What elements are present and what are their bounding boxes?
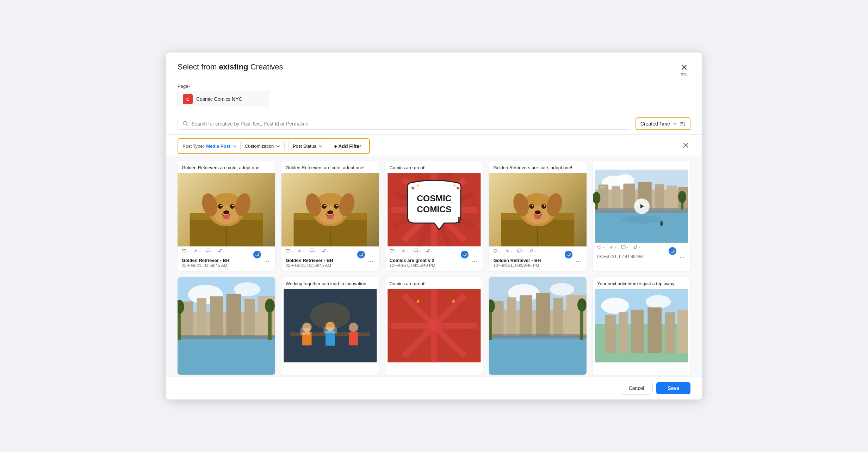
customization-filter[interactable]: Customization — [240, 141, 285, 151]
shares-stat: - — [505, 249, 512, 254]
reposts-stat: - — [529, 249, 536, 254]
svg-point-20 — [220, 205, 222, 207]
svg-point-22 — [223, 210, 229, 214]
svg-point-39 — [327, 215, 334, 219]
repost-icon — [529, 249, 534, 253]
card-caption — [593, 161, 690, 170]
comics-illustration: ★ ★ ⚡ ⚡ COSMIC COMICS ! — [385, 173, 483, 246]
comment-icon — [310, 249, 314, 253]
post-type-filter[interactable]: Post Type: Media Post — [182, 143, 237, 149]
creative-card[interactable]: Comics are great! ★ ★ — [385, 277, 483, 375]
cancel-button[interactable]: Cancel — [620, 382, 653, 395]
search-sort-bar: Created Time — [166, 113, 702, 135]
play-button[interactable] — [634, 198, 650, 214]
card-image: ★ ★ ⚡ ⚡ — [385, 289, 483, 362]
svg-rect-87 — [666, 185, 677, 209]
svg-point-36 — [324, 205, 326, 207]
svg-rect-159 — [605, 315, 616, 354]
card-more-button[interactable]: ··· — [263, 258, 271, 264]
svg-point-125 — [349, 323, 358, 332]
creative-card[interactable] — [489, 277, 587, 375]
svg-rect-113 — [178, 336, 275, 375]
page-select[interactable]: C Cosmic Comics NYC — [178, 91, 269, 107]
creative-card[interactable]: Working together can lead to innovation. — [281, 277, 379, 375]
svg-text:C: C — [186, 97, 190, 102]
svg-point-69 — [529, 204, 534, 209]
card-image — [489, 277, 587, 375]
card-footer: 🌙 03-Feb-21, 02:41:49 AM ··· — [593, 252, 690, 263]
like-icon — [493, 249, 498, 253]
filter-close-icon — [683, 142, 689, 148]
svg-point-157 — [646, 295, 671, 309]
svg-rect-162 — [648, 307, 662, 353]
card-more-button[interactable]: ··· — [470, 258, 478, 264]
svg-rect-110 — [226, 294, 241, 340]
card-image — [593, 289, 690, 362]
card-name: Golden Retriever - BH — [286, 258, 333, 263]
repost-icon — [426, 249, 430, 253]
svg-point-71 — [532, 205, 533, 207]
card-caption: Golden Retrievers are cute, adopt one! — [281, 161, 379, 173]
reposts-stat: - — [633, 245, 640, 250]
like-icon — [390, 249, 394, 253]
search-input-wrap — [178, 118, 631, 130]
add-filter-button[interactable]: + Add Filter — [331, 141, 365, 151]
likes-stat: - — [182, 249, 189, 254]
svg-point-35 — [334, 204, 339, 209]
post-status-filter[interactable]: Post Status — [288, 141, 327, 151]
card-name: Golden Retriever - BH — [493, 258, 541, 263]
card-more-button[interactable]: ··· — [678, 254, 686, 261]
svg-rect-60 — [414, 249, 418, 252]
reposts-stat: - — [322, 249, 329, 254]
card-more-button[interactable]: ··· — [367, 258, 375, 264]
svg-rect-86 — [655, 184, 664, 210]
creative-card[interactable]: - - - - 🌙 — [593, 161, 690, 271]
page-icon: C — [183, 94, 193, 104]
svg-point-70 — [541, 204, 546, 209]
close-icon — [681, 64, 688, 71]
card-caption: Your next adventure is just a trip away! — [593, 277, 690, 289]
search-input[interactable] — [191, 121, 626, 127]
card-image — [281, 173, 379, 246]
card-more-button[interactable]: ··· — [574, 258, 582, 264]
svg-point-38 — [327, 210, 333, 214]
svg-marker-99 — [640, 204, 644, 208]
card-date: 12-Feb-21, 08:55:40 PM — [390, 263, 435, 268]
comments-stat: - — [414, 249, 421, 254]
sort-dropdown[interactable]: Created Time — [636, 117, 690, 130]
svg-rect-114 — [178, 335, 275, 339]
filter-close-button[interactable] — [681, 141, 690, 152]
creative-card[interactable]: Golden Retrievers are cute, adopt one! — [489, 161, 587, 271]
comment-icon — [517, 249, 522, 253]
grid-section: Golden Retrievers are cute, adopt one! — [166, 155, 702, 399]
svg-text:⚡: ⚡ — [451, 299, 456, 304]
card-date: 25-Feb-21, 01:59:45 AM — [286, 263, 333, 268]
svg-rect-153 — [580, 307, 583, 340]
creative-card[interactable] — [178, 277, 275, 375]
customization-chevron-icon — [276, 144, 280, 148]
card-image: ★ ★ ⚡ ⚡ COSMIC COMICS ! — [385, 173, 483, 246]
card-name: Comics are great v 2 — [390, 258, 435, 263]
svg-point-154 — [577, 298, 587, 312]
card-footer: 🌙 Golden Retriever - BH 25-Feb-21, 01:59… — [281, 256, 379, 271]
creative-card[interactable]: Golden Retrievers are cute, adopt one! — [178, 161, 275, 271]
comics2-illustration: ★ ★ ⚡ ⚡ — [385, 289, 483, 362]
shares-stat: - — [298, 249, 305, 254]
like-icon — [597, 245, 602, 250]
card-date: 25-Feb-21, 01:59:45 AM — [182, 263, 229, 268]
comments-stat: - — [206, 249, 213, 254]
svg-rect-101 — [621, 245, 625, 248]
svg-rect-25 — [206, 249, 210, 252]
svg-text:★: ★ — [455, 301, 460, 307]
creative-card[interactable]: Golden Retrievers are cute, adopt one! — [281, 161, 379, 271]
save-button[interactable]: Save — [656, 382, 690, 394]
creative-card[interactable]: Comics are great! — [385, 161, 483, 271]
svg-point-23 — [223, 215, 230, 219]
card-moon-badge: 🌙 — [357, 251, 365, 258]
close-button[interactable]: esc — [678, 62, 690, 78]
like-icon — [286, 249, 290, 253]
svg-text:★: ★ — [411, 301, 415, 307]
page-label: Page• — [178, 84, 690, 89]
share-icon — [609, 245, 614, 250]
creative-card[interactable]: Your next adventure is just a trip away! — [593, 277, 690, 375]
